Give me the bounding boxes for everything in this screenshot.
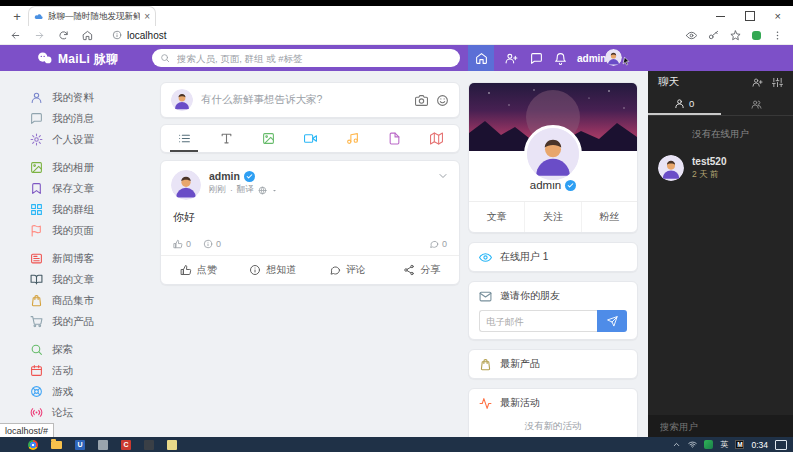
- notepad-icon[interactable]: [167, 440, 177, 450]
- caret-down-icon[interactable]: [271, 187, 278, 194]
- nav-username[interactable]: admin: [577, 53, 606, 64]
- chrome-taskbar-icon[interactable]: [28, 440, 38, 450]
- like-count[interactable]: 0: [173, 239, 191, 249]
- site-info-icon[interactable]: [112, 30, 122, 40]
- sidebar-item-search[interactable]: 探索: [30, 339, 154, 360]
- bookmark-star-icon[interactable]: [730, 30, 741, 41]
- profile-tab[interactable]: 粉丝: [581, 202, 637, 232]
- sidebar-item-book-open[interactable]: 我的文章: [30, 269, 154, 290]
- send-invite-button[interactable]: [597, 310, 627, 332]
- sidebar-item-message[interactable]: 我的消息: [30, 108, 154, 129]
- sidebar-item-bookmark[interactable]: 保存文章: [30, 178, 154, 199]
- post-action-thumbs-up[interactable]: 点赞: [161, 263, 236, 277]
- password-icon[interactable]: [708, 30, 719, 41]
- add-contact-icon[interactable]: [752, 77, 763, 88]
- sidebar-item-newspaper[interactable]: 新闻博客: [30, 248, 154, 269]
- composer-tab-type[interactable]: [205, 125, 247, 152]
- post-menu-chevron-icon[interactable]: [437, 170, 449, 182]
- start-button-icon[interactable]: [6, 440, 15, 449]
- emoji-icon[interactable]: [436, 94, 449, 107]
- sidebar-item-grid[interactable]: 我的群组: [30, 199, 154, 220]
- chat-tab-contacts[interactable]: 0: [648, 93, 721, 115]
- latest-products-widget[interactable]: 最新产品: [468, 349, 638, 379]
- back-icon[interactable]: [10, 30, 21, 41]
- close-button[interactable]: ×: [775, 11, 781, 22]
- post-author-name[interactable]: admin: [209, 170, 240, 182]
- sidebar-item-user[interactable]: 我的资料: [30, 87, 154, 108]
- app-dark-icon[interactable]: [144, 440, 154, 450]
- sidebar-item-gear[interactable]: 个人设置: [30, 129, 154, 150]
- extension-icon[interactable]: [752, 31, 761, 40]
- chat-tab-groups[interactable]: [721, 93, 793, 115]
- forward-icon[interactable]: [34, 30, 45, 41]
- composer-placeholder[interactable]: 有什么新鲜事想告诉大家?: [201, 93, 407, 107]
- profile-avatar[interactable]: [524, 125, 582, 183]
- profile-tab[interactable]: 关注: [524, 202, 580, 232]
- address-bar[interactable]: localhost: [112, 30, 166, 41]
- brand-name[interactable]: MaiLi 脉聊: [58, 51, 118, 68]
- composer-tab-image[interactable]: [247, 125, 289, 152]
- sidebar-item-flag[interactable]: 我的页面: [30, 220, 154, 241]
- composer-tab-music[interactable]: [331, 125, 373, 152]
- sidebar-item-image[interactable]: 我的相册: [30, 157, 154, 178]
- composer-tab-file[interactable]: [373, 125, 415, 152]
- post-header: admin 刚刚 · 翻译: [161, 161, 459, 203]
- post-action-message-circle[interactable]: 评论: [310, 263, 385, 277]
- wonder-count[interactable]: 0: [203, 239, 221, 249]
- global-search[interactable]: [152, 49, 460, 67]
- app-grey-icon[interactable]: [98, 440, 108, 450]
- network-icon[interactable]: [688, 440, 697, 449]
- nav-home-button[interactable]: [468, 45, 494, 71]
- online-users-widget[interactable]: 在线用户 1: [468, 242, 638, 272]
- post-time[interactable]: 刚刚: [209, 184, 226, 196]
- sidebar-item-broadcast[interactable]: 论坛: [30, 402, 154, 423]
- new-tab-button[interactable]: +: [10, 9, 24, 24]
- nav-notifications-button[interactable]: [547, 45, 573, 71]
- restore-button[interactable]: [745, 11, 755, 21]
- browser-tab[interactable]: 脉聊—随时随地发现新鲜... ×: [28, 6, 156, 26]
- post-action-share[interactable]: 分享: [385, 263, 460, 277]
- tray-app-icon[interactable]: [704, 440, 713, 449]
- brand-logo-icon[interactable]: [36, 50, 53, 67]
- chat-settings-icon[interactable]: [772, 77, 783, 88]
- send-icon: [607, 316, 618, 327]
- preview-icon[interactable]: [686, 30, 697, 41]
- browser-home-icon[interactable]: [82, 30, 93, 41]
- composer-tab-video[interactable]: [289, 125, 331, 152]
- sidebar-item-bag[interactable]: 商品集市: [30, 290, 154, 311]
- taskbar-clock[interactable]: 0:34: [751, 440, 768, 450]
- ime-indicator[interactable]: 英: [720, 439, 728, 450]
- tab-close-button[interactable]: ×: [144, 11, 150, 22]
- search-input[interactable]: [175, 52, 452, 65]
- minimize-button[interactable]: [716, 16, 725, 17]
- chat-user-item[interactable]: test5202 天 前: [648, 149, 793, 187]
- app-u-icon[interactable]: U: [75, 440, 85, 450]
- composer-tab-map[interactable]: [415, 125, 457, 152]
- file-explorer-icon[interactable]: [51, 441, 62, 449]
- avatar[interactable]: [605, 49, 622, 66]
- app-c-icon[interactable]: C: [121, 440, 131, 450]
- comment-count[interactable]: 0: [429, 239, 447, 249]
- avatar[interactable]: [171, 170, 201, 200]
- chat-search-input[interactable]: [658, 420, 783, 433]
- invite-email-input[interactable]: [479, 310, 597, 332]
- tray-m-icon[interactable]: M: [735, 440, 744, 449]
- profile-tab[interactable]: 文章: [469, 202, 524, 232]
- nav-friend-requests-button[interactable]: [498, 45, 524, 71]
- home-icon: [475, 52, 488, 65]
- sidebar-item-calendar[interactable]: 活动: [30, 360, 154, 381]
- bag-icon: [30, 294, 43, 307]
- browser-menu-icon[interactable]: [772, 30, 783, 41]
- camera-icon[interactable]: [415, 94, 428, 107]
- nav-messages-button[interactable]: [523, 45, 549, 71]
- tray-expand-icon[interactable]: [672, 440, 681, 449]
- sidebar-item-lifebuoy[interactable]: 游戏: [30, 381, 154, 402]
- action-center-icon[interactable]: [775, 440, 787, 450]
- chat-search-bar[interactable]: [648, 415, 793, 437]
- composer-tab-list[interactable]: [163, 125, 205, 152]
- refresh-icon[interactable]: [58, 30, 69, 41]
- translate-link[interactable]: 翻译: [237, 184, 254, 196]
- post-composer[interactable]: 有什么新鲜事想告诉大家?: [160, 82, 460, 118]
- post-action-info[interactable]: 想知道: [236, 263, 311, 277]
- sidebar-item-cart[interactable]: 我的产品: [30, 311, 154, 332]
